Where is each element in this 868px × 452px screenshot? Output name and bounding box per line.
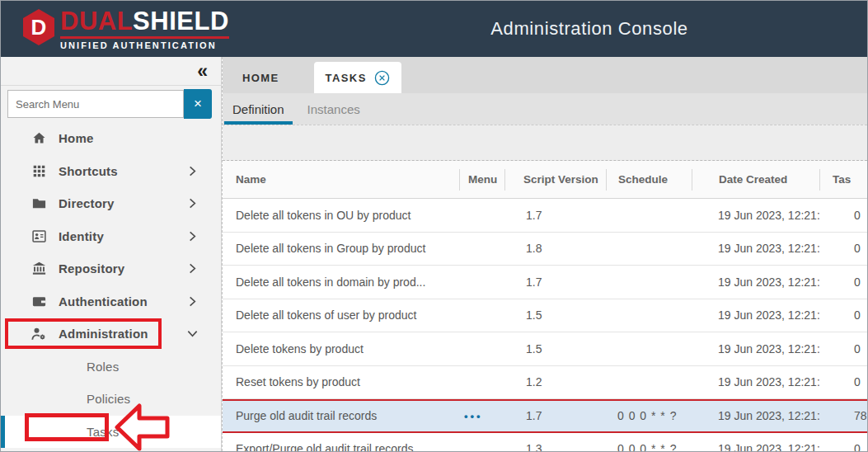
cell-name: Purge old audit trail records bbox=[223, 409, 459, 422]
subtab-label: Instances bbox=[307, 102, 360, 116]
sidebar-item-label: Shortcuts bbox=[59, 164, 118, 178]
svg-text:D: D bbox=[31, 15, 47, 40]
cell-script-version: 1.7 bbox=[504, 275, 606, 289]
cell-name: Reset tokens by product bbox=[223, 375, 459, 388]
table-row[interactable]: Delete all tokens in OU by product 1.7 1… bbox=[223, 199, 867, 233]
cell-date-created: 19 Jun 2023, 12:21:... bbox=[692, 409, 819, 422]
sidebar-item-roles[interactable]: Roles bbox=[1, 351, 221, 384]
sidebar-item-label: Identity bbox=[59, 229, 104, 243]
close-circle-icon[interactable] bbox=[374, 70, 390, 86]
folder-icon bbox=[30, 195, 47, 212]
cell-name: Delete tokens by product bbox=[223, 342, 459, 355]
bank-icon bbox=[30, 261, 47, 277]
dualshield-hexagon-icon: D bbox=[21, 7, 57, 47]
sidebar-item-label: Home bbox=[59, 131, 93, 145]
subtab-bar: Definition Instances bbox=[223, 93, 867, 125]
tab-tasks[interactable]: TASKS bbox=[314, 62, 401, 93]
sidebar-item-directory[interactable]: Directory bbox=[1, 187, 221, 220]
sidebar-collapse-row: « bbox=[1, 57, 221, 86]
cell-name: Delete all tokens in domain by prod... bbox=[223, 275, 459, 289]
table-row[interactable]: Delete all tokens in Group by product 1.… bbox=[223, 233, 867, 266]
admin-gear-icon bbox=[30, 326, 47, 342]
search-input[interactable] bbox=[7, 90, 184, 118]
chevron-right-icon bbox=[186, 229, 199, 242]
table-row[interactable]: Purge old audit trail records ••• 1.7 0 … bbox=[223, 399, 867, 433]
chevron-right-icon bbox=[186, 294, 199, 308]
top-header-bar: D DUALSHIELD UNIFIED AUTHENTICATION Admi… bbox=[1, 1, 867, 57]
column-header-menu[interactable]: Menu bbox=[459, 169, 504, 191]
cell-script-version: 1.8 bbox=[504, 242, 606, 255]
brand-name: DUALSHIELD bbox=[60, 7, 229, 35]
table-header: Name Menu Script Version Schedule Date C… bbox=[223, 161, 867, 199]
cell-script-version: 1.3 bbox=[504, 442, 606, 452]
cell-tasks-count: 78 bbox=[819, 409, 867, 422]
chevron-down-icon bbox=[186, 327, 199, 341]
cell-date-created: 19 Jun 2023, 12:21:... bbox=[692, 242, 819, 255]
search-clear-button[interactable]: × bbox=[184, 89, 212, 119]
app-window: D DUALSHIELD UNIFIED AUTHENTICATION Admi… bbox=[0, 0, 868, 452]
brand-shield: SHIELD bbox=[133, 7, 229, 35]
column-header-tas[interactable]: Tas bbox=[819, 169, 867, 191]
cell-name: Delete all tokens in Group by product bbox=[223, 242, 459, 255]
sidebar-item-repository[interactable]: Repository bbox=[1, 252, 221, 285]
cell-name: Export/Purge old audit trail records bbox=[223, 442, 459, 452]
table-row[interactable]: Delete tokens by product 1.5 19 Jun 2023… bbox=[223, 332, 867, 366]
cell-name: Delete all tokens in OU by product bbox=[223, 209, 459, 222]
cell-schedule: 0 0 0 * * ? bbox=[606, 409, 692, 422]
column-header-script-version[interactable]: Script Version bbox=[504, 169, 606, 191]
tab-bar: HOME TASKS bbox=[223, 57, 867, 93]
table-row[interactable]: Delete all tokens of user by product 1.5… bbox=[223, 299, 867, 333]
page-title: Administration Console bbox=[490, 18, 687, 40]
sidebar-item-shortcuts[interactable]: Shortcuts bbox=[1, 155, 221, 188]
id-card-icon bbox=[30, 228, 47, 244]
subtab-label: Definition bbox=[232, 102, 284, 116]
cell-tasks-count: 0 bbox=[819, 209, 867, 222]
chevron-right-icon bbox=[186, 262, 199, 275]
cell-date-created: 19 Jun 2023, 12:21:... bbox=[692, 342, 819, 355]
sidebar-item-label: Authentication bbox=[59, 294, 148, 308]
sidebar-item-label: Policies bbox=[87, 392, 130, 406]
tab-home[interactable]: HOME bbox=[231, 62, 314, 93]
sidebar-item-tasks[interactable]: Tasks bbox=[1, 416, 221, 449]
grid-icon bbox=[30, 162, 47, 179]
sidebar-item-administration[interactable]: Administration bbox=[1, 318, 221, 351]
cell-tasks-count: 0 bbox=[819, 242, 867, 255]
cell-tasks-count: 0 bbox=[819, 375, 867, 388]
cell-tasks-count: 0 bbox=[819, 342, 867, 355]
cell-name: Delete all tokens of user by product bbox=[223, 308, 459, 322]
column-header-date-created[interactable]: Date Created bbox=[692, 169, 819, 191]
sidebar-menu: Home Shortcuts Directory Identity Reposi… bbox=[1, 122, 221, 448]
sidebar-item-label: Tasks bbox=[87, 425, 119, 439]
sidebar-item-label: Administration bbox=[59, 327, 148, 341]
cell-script-version: 1.2 bbox=[504, 375, 606, 388]
toolbar-strip bbox=[223, 125, 867, 161]
cell-script-version: 1.7 bbox=[504, 209, 606, 222]
sidebar: « × Home Shortcuts Directory Identity Re… bbox=[1, 57, 222, 451]
sidebar-item-label: Roles bbox=[87, 360, 119, 374]
wallet-icon bbox=[30, 293, 47, 309]
sidebar-item-label: Directory bbox=[59, 196, 115, 210]
column-header-schedule[interactable]: Schedule bbox=[606, 169, 692, 191]
cell-script-version: 1.7 bbox=[504, 409, 606, 422]
table-row[interactable]: Export/Purge old audit trail records 1.3… bbox=[223, 433, 867, 452]
table-row[interactable]: Delete all tokens in domain by prod... 1… bbox=[223, 266, 867, 299]
table-body: Delete all tokens in OU by product 1.7 1… bbox=[223, 199, 867, 452]
cell-script-version: 1.5 bbox=[504, 308, 606, 322]
cell-menu-dots[interactable]: ••• bbox=[459, 410, 504, 422]
sidebar-item-authentication[interactable]: Authentication bbox=[1, 285, 221, 318]
cell-tasks-count: 0 bbox=[819, 275, 867, 289]
sidebar-item-home[interactable]: Home bbox=[1, 122, 221, 155]
cell-script-version: 1.5 bbox=[504, 342, 606, 355]
cell-date-created: 19 Jun 2023, 12:21:... bbox=[692, 275, 819, 289]
chevron-right-icon bbox=[186, 164, 199, 177]
column-header-name[interactable]: Name bbox=[223, 173, 459, 186]
sidebar-item-identity[interactable]: Identity bbox=[1, 220, 221, 253]
tab-label: TASKS bbox=[326, 72, 367, 84]
table-row[interactable]: Reset tokens by product 1.2 19 Jun 2023,… bbox=[223, 366, 867, 400]
brand-tagline: UNIFIED AUTHENTICATION bbox=[60, 36, 229, 50]
brand-dual: DUAL bbox=[60, 7, 133, 35]
subtab-definition[interactable]: Definition bbox=[224, 93, 293, 125]
collapse-sidebar-icon[interactable]: « bbox=[197, 59, 208, 83]
subtab-instances[interactable]: Instances bbox=[299, 93, 368, 125]
sidebar-item-policies[interactable]: Policies bbox=[1, 383, 221, 416]
